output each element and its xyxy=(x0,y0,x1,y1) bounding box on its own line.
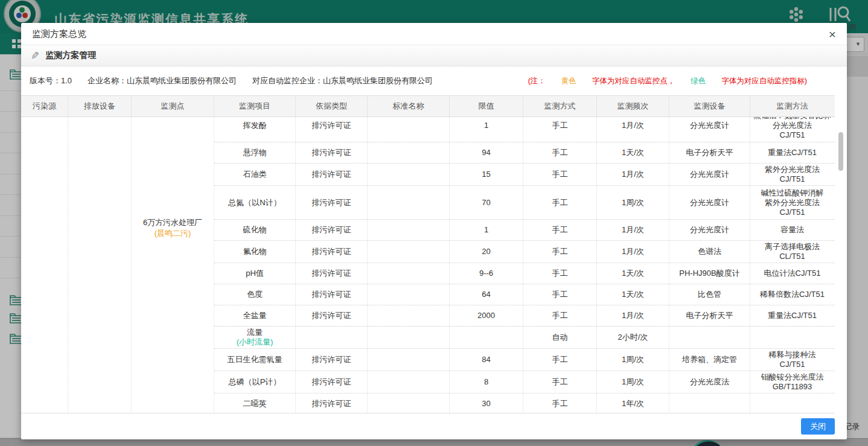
table-cell-device: 分光光度计 xyxy=(669,220,750,240)
table-cell-standard xyxy=(368,164,450,185)
table-row: 挥发酚 排污许可证 1 手工 1月/次 分光光度计 蒸馏后4-氨基安替比林分光光… xyxy=(214,117,835,142)
modal-footer: 关闭 xyxy=(21,413,847,439)
pollution-source-cell xyxy=(21,117,68,413)
table-cell-frequency: 1天/次 xyxy=(597,263,669,284)
table-cell-basis: 排污许可证 xyxy=(296,371,368,393)
auto-company-text: 对应自动监控企业：山东晨鸣纸业集团股份有限公司 xyxy=(252,75,433,86)
table-row: 色度 排污许可证 64 手工 1天/次 比色管 稀释倍数法CJ/T51 xyxy=(214,284,835,305)
monitor-point-name: 6万方污水处理厂 xyxy=(132,217,214,228)
table-cell-method: 重量法CJ/T51 xyxy=(750,305,834,326)
legend-note: (注：黄色字体为对应自动监控点，绿色字体为对应自动监控指标) xyxy=(528,76,823,86)
table-cell-mode: 手工 xyxy=(523,142,597,163)
table-cell-device: 电子分析天平 xyxy=(669,305,750,326)
table-cell-device: 色谱法 xyxy=(669,241,750,263)
table-cell-method: 钼酸铵分光光度法 GB/T11893 xyxy=(750,371,834,393)
table-cell-frequency: 1天/次 xyxy=(597,142,669,163)
section-header: ✎ 监测方案管理 xyxy=(21,45,847,66)
table-cell-device: PH-HJ90B酸度计 xyxy=(669,263,750,284)
table-cell-method: 离子选择电极法 CL/T51 xyxy=(750,241,834,263)
table-cell-item: pH值 xyxy=(214,263,296,284)
table-cell-limit: 20 xyxy=(450,241,523,263)
modal-title-bar: 监测方案总览 × xyxy=(21,23,847,45)
table-cell-device: 分光光度计 xyxy=(669,186,750,219)
table-body: 6万方污水处理厂 (晨鸣二污) 挥发酚 排污许可证 1 手工 1月/次 分光光度… xyxy=(21,117,835,413)
table-cell-item: 挥发酚 xyxy=(214,117,296,142)
table-cell-mode: 手工 xyxy=(523,220,597,240)
table-cell-item: 五日生化需氧量 xyxy=(214,349,296,371)
table-cell-standard xyxy=(368,349,450,371)
table-cell-method: 电位计法CJ/T51 xyxy=(750,263,834,284)
table-cell-item: 流量(小时流量) xyxy=(214,327,296,348)
table-cell-standard xyxy=(368,305,450,326)
table-cell-device: 比色管 xyxy=(669,284,750,305)
table-header-row: 污染源 排放设备 监测点 监测项目 依据类型 标准名称 限值 监测方式 监测频次… xyxy=(21,95,835,117)
table-cell-basis: 排污许可证 xyxy=(296,305,368,326)
column-header: 监测设备 xyxy=(669,96,750,116)
table-cell-standard xyxy=(368,117,450,142)
table-cell-basis: 排污许可证 xyxy=(296,117,368,142)
table-cell-frequency: 1年/次 xyxy=(597,393,669,413)
column-header: 监测频次 xyxy=(597,96,669,116)
table-body-rows: 挥发酚 排污许可证 1 手工 1月/次 分光光度计 蒸馏后4-氨基安替比林分光光… xyxy=(214,117,835,413)
table-cell-frequency: 1月/次 xyxy=(597,164,669,185)
table-cell-limit: 1 xyxy=(450,220,523,240)
table-cell-mode: 手工 xyxy=(523,164,597,185)
table-row: 总氮（以N计） 排污许可证 70 手工 1周/次 分光光度计 碱性过硫酸钾消解 … xyxy=(214,186,835,220)
company-text: 企业名称：山东晨鸣纸业集团股份有限公司 xyxy=(88,75,237,86)
table-cell-basis: 排污许可证 xyxy=(296,263,368,284)
table-row: 五日生化需氧量 排污许可证 84 手工 1周/次 培养箱、滴定管 稀释与接种法 … xyxy=(214,349,835,371)
table-cell-standard xyxy=(368,241,450,263)
table-row: 硫化物 排污许可证 1 手工 1月/次 分光光度计 容量法 xyxy=(214,220,835,241)
table-cell-standard xyxy=(368,393,450,413)
table-cell-limit: 94 xyxy=(450,142,523,163)
column-header: 监测点 xyxy=(132,96,214,116)
table-cell-frequency: 1周/次 xyxy=(597,186,669,219)
close-icon[interactable]: × xyxy=(829,28,836,40)
table-row: 流量(小时流量) 自动 2小时/次 xyxy=(214,327,835,349)
table-cell-standard xyxy=(368,327,450,348)
table-cell-limit: 64 xyxy=(450,284,523,305)
table-cell-item: 石油类 xyxy=(214,164,296,185)
table-cell-standard xyxy=(368,186,450,219)
table-cell-basis: 排污许可证 xyxy=(296,164,368,185)
table-cell-mode: 手工 xyxy=(523,305,597,326)
table-cell-basis: 排污许可证 xyxy=(296,393,368,413)
modal-title: 监测方案总览 xyxy=(32,28,86,40)
table-cell-mode: 手工 xyxy=(523,186,597,219)
yellow-word: 黄色 xyxy=(561,77,576,85)
version-text: 版本号：1.0 xyxy=(30,75,72,86)
table-cell-device: 电子分析天平 xyxy=(669,142,750,163)
table-cell-device: 分光光度法 xyxy=(669,371,750,393)
table-cell-basis: 排污许可证 xyxy=(296,186,368,219)
monitor-point-cell: 6万方污水处理厂 (晨鸣二污) xyxy=(132,117,214,413)
table-cell-frequency: 1天/次 xyxy=(597,284,669,305)
table-cell-limit xyxy=(450,327,523,348)
table-cell-frequency: 1周/次 xyxy=(597,371,669,393)
pen-icon: ✎ xyxy=(31,49,39,62)
table-cell-method: 紫外分光光度法 CJ/T51 xyxy=(750,164,834,185)
table-cell-frequency: 1月/次 xyxy=(597,305,669,326)
table-cell-item: 二噁英 xyxy=(214,393,296,413)
table-cell-basis: 排污许可证 xyxy=(296,284,368,305)
emission-equipment-cell xyxy=(68,117,132,413)
table-cell-method: 碱性过硫酸钾消解 紫外分光光度法 CJ/T51 xyxy=(750,186,834,219)
table-cell-item: 总磷（以P计） xyxy=(214,371,296,393)
section-title: 监测方案管理 xyxy=(45,50,96,61)
table-cell-basis: 排污许可证 xyxy=(296,220,368,240)
table-cell-method: 稀释与接种法 CJ/T51 xyxy=(750,349,834,371)
table-cell-device xyxy=(669,327,750,348)
table-cell-basis: 排污许可证 xyxy=(296,349,368,371)
table-cell-item: 硫化物 xyxy=(214,220,296,240)
scrollbar-thumb[interactable] xyxy=(838,132,843,171)
table-cell-device xyxy=(669,393,750,413)
table-cell-mode: 手工 xyxy=(523,371,597,393)
table-cell-limit: 15 xyxy=(450,164,523,185)
table-row: 总磷（以P计） 排污许可证 8 手工 1周/次 分光光度法 钼酸铵分光光度法 G… xyxy=(214,371,835,393)
monitor-point-alias: (晨鸣二污) xyxy=(132,228,214,239)
close-button[interactable]: 关闭 xyxy=(801,418,835,435)
column-header: 依据类型 xyxy=(296,96,368,116)
table-cell-method: 稀释倍数法CJ/T51 xyxy=(750,284,834,305)
table-cell-item: 悬浮物 xyxy=(214,142,296,163)
table-cell-limit: 70 xyxy=(450,186,523,219)
column-header: 监测方法 xyxy=(750,96,834,116)
